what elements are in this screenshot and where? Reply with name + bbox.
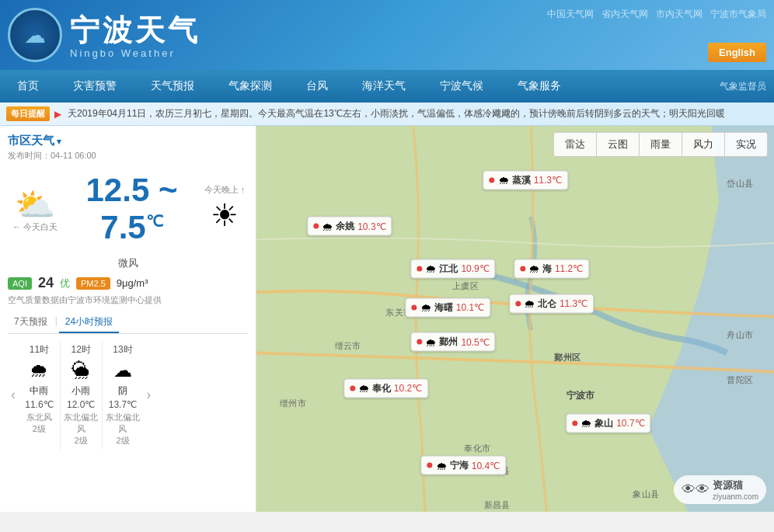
pin-temp: 11.3℃ xyxy=(534,175,562,186)
pin-name: 奉化 xyxy=(372,381,391,395)
nav-home[interactable]: 首页 xyxy=(0,70,56,103)
header-nav-links: 中国天气网 省内天气网 市内天气网 宁波市气象局 xyxy=(547,8,766,21)
forecast-type-1: 小雨 xyxy=(62,384,100,398)
night-weather-icon: ☀ xyxy=(201,196,248,235)
prev-forecast-button[interactable]: ‹ xyxy=(8,387,19,403)
map-ctrl-实况[interactable]: 实况 xyxy=(725,133,767,156)
forecast-slot-2: 13时 ☁ 阴 13.7℃ 东北偏北风 2级 xyxy=(103,340,144,450)
city-title[interactable]: 市区天气 xyxy=(8,134,248,148)
day-label: 今天白天 xyxy=(23,222,58,231)
forecast-icon-1: 🌦 xyxy=(62,360,100,381)
weather-pin-象山: 🌧 象山 10.7℃ xyxy=(566,413,650,433)
forecast-type-2: 阴 xyxy=(104,384,142,398)
nav-right-text: 气象监督员 xyxy=(720,80,774,93)
aqi-row: AQI 24 优 PM2.5 9μg/m³ xyxy=(8,275,248,291)
hourly-forecast: 11时 🌧 中雨 11.6℃ 东北风 2级 12时 🌦 小雨 12.0℃ 东北偏… xyxy=(19,340,143,450)
pin-dot xyxy=(350,385,355,391)
pin-weather-icon: 🌧 xyxy=(580,417,591,429)
wind-info: 微风 xyxy=(8,256,248,270)
pm-value: 9μg/m³ xyxy=(117,277,148,289)
aqi-label: AQI xyxy=(8,277,32,290)
nav-warning[interactable]: 灾害预警 xyxy=(56,70,134,103)
pin-temp: 10.5℃ xyxy=(461,336,489,347)
logo-symbol: ☁ xyxy=(24,23,46,48)
pin-dot xyxy=(427,463,433,468)
forecast-hour-0: 11时 xyxy=(20,343,58,356)
pin-dot xyxy=(515,301,521,306)
pin-name: 鄞州 xyxy=(439,336,458,349)
aqi-quality: 优 xyxy=(60,276,70,290)
publish-time: 发布时间：04-11 06:00 xyxy=(8,150,248,162)
pin-dot xyxy=(417,339,422,345)
map-ctrl-云图[interactable]: 云图 xyxy=(597,133,640,156)
pin-name: 蒸溪 xyxy=(512,173,531,186)
pin-weather-icon: 🌧 xyxy=(420,301,431,314)
map-background: 东关市 缙云市 上虞区 鄞州区 宁波市 缙州市 奉化市 新昌县 岱山县 舟山市 … xyxy=(256,126,774,512)
english-button[interactable]: English xyxy=(708,43,766,62)
map-ctrl-风力[interactable]: 风力 xyxy=(682,133,725,156)
header-link-2[interactable]: 省内天气网 xyxy=(601,8,648,21)
site-title-en: Ningbo Weather xyxy=(70,47,200,59)
main-content: 市区天气 发布时间：04-11 06:00 ⛅ ← 今天白天 12.5 ~ 7.… xyxy=(0,126,774,512)
forecast-type-0: 中雨 xyxy=(20,384,58,398)
pin-temp: 10.4℃ xyxy=(472,460,500,471)
logo-icon: ☁ xyxy=(8,8,62,62)
forecast-icon-0: 🌧 xyxy=(20,360,58,381)
map-controls: 雷达云图雨量风力实况 xyxy=(553,132,768,157)
nav-climate[interactable]: 宁波气候 xyxy=(423,70,500,103)
weather-pin-江北: 🌧 江北 10.9℃ xyxy=(410,259,495,278)
aqi-value: 24 xyxy=(38,275,54,291)
forecast-hour-1: 12时 xyxy=(62,343,100,356)
nav-explore[interactable]: 气象探测 xyxy=(211,70,289,103)
weather-today: ⛅ ← 今天白天 12.5 ~ 7.5℃ 今天晚上 ↑ ☀ xyxy=(8,168,248,250)
map-ctrl-雷达[interactable]: 雷达 xyxy=(554,133,597,156)
pin-name: 海曙 xyxy=(434,301,453,314)
logo-area: ☁ 宁波天气 Ningbo Weather xyxy=(8,8,200,62)
forecast-tabs: 7天预报 | 24小时预报 xyxy=(8,312,248,334)
weather-pin-蒸溪: 🌧 蒸溪 11.3℃ xyxy=(483,170,568,190)
pin-weather-icon: 🌧 xyxy=(498,174,509,186)
header-link-4[interactable]: 宁波市气象局 xyxy=(710,8,766,21)
pin-dot xyxy=(313,224,319,229)
map-ctrl-雨量[interactable]: 雨量 xyxy=(640,133,682,156)
forecast-slot-1: 12时 🌦 小雨 12.0℃ 东北偏北风 2级 xyxy=(61,340,103,450)
weather-pin-余姚: 🌧 余姚 10.3℃ xyxy=(307,217,392,236)
pin-name: 余姚 xyxy=(336,220,354,233)
pin-weather-icon: 🌧 xyxy=(524,297,535,310)
forecast-hour-2: 13时 xyxy=(104,343,142,356)
nav-typhoon[interactable]: 台风 xyxy=(289,70,345,103)
pin-temp: 10.9℃ xyxy=(461,263,489,274)
nav-bar: 首页 灾害预警 天气预报 气象探测 台风 海洋天气 宁波气候 气象服务 气象监督… xyxy=(0,70,774,103)
forecast-icon-2: ☁ xyxy=(104,360,142,381)
weather-pin-海: 🌧 海 11.2℃ xyxy=(514,259,589,278)
pin-dot xyxy=(417,266,422,271)
pin-name: 江北 xyxy=(439,262,458,275)
pin-temp: 10.1℃ xyxy=(456,302,484,313)
pin-dot xyxy=(412,304,417,310)
weather-pin-宁海: 🌧 宁海 10.4℃ xyxy=(421,456,506,475)
pin-weather-icon: 🌧 xyxy=(322,220,333,232)
nav-service[interactable]: 气象服务 xyxy=(500,70,578,103)
pin-weather-icon: 🌧 xyxy=(425,263,436,275)
nav-ocean[interactable]: 海洋天气 xyxy=(345,70,423,103)
next-forecast-button[interactable]: › xyxy=(143,387,154,403)
weather-pin-鄞州: 🌧 鄞州 10.5℃ xyxy=(410,332,495,352)
header-link-3[interactable]: 市内天气网 xyxy=(656,8,703,21)
alert-icon: 每日提醒 xyxy=(6,106,50,121)
aqi-source: 空气质量数据由宁波市环境监测中心提供 xyxy=(8,294,248,306)
site-title-cn: 宁波天气 xyxy=(70,11,200,50)
pin-dot xyxy=(520,266,525,271)
forecast-level-1: 2级 xyxy=(62,435,100,447)
temp-range: 12.5 ~ 7.5℃ xyxy=(70,172,194,246)
logo-text: 宁波天气 Ningbo Weather xyxy=(70,11,200,59)
header-link-1[interactable]: 中国天气网 xyxy=(547,8,594,21)
header: ☁ 宁波天气 Ningbo Weather 中国天气网 省内天气网 市内天气网 … xyxy=(0,0,774,70)
day-weather-icon: ⛅ xyxy=(12,186,58,224)
forecast-temp-1: 12.0℃ xyxy=(62,399,100,410)
tab-24h[interactable]: 24小时预报 xyxy=(59,312,119,333)
pm-label: PM2.5 xyxy=(76,277,110,290)
nav-forecast[interactable]: 天气预报 xyxy=(134,70,211,103)
pin-temp: 11.2℃ xyxy=(555,263,583,274)
tab-7day[interactable]: 7天预报 xyxy=(8,312,54,333)
pin-temp: 11.3℃ xyxy=(560,298,587,309)
